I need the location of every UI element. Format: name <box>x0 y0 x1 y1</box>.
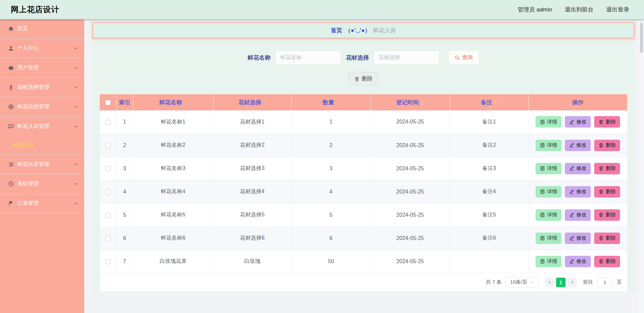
edit-button[interactable]: 修改 <box>565 163 591 174</box>
delete-button[interactable]: 删除 <box>594 116 620 128</box>
bulk-delete-button[interactable]: 删除 <box>349 72 378 85</box>
home-icon <box>8 26 14 32</box>
prev-page-button[interactable] <box>545 278 554 287</box>
sidebar-item[interactable]: 订单管理 <box>0 194 84 213</box>
detail-button[interactable]: 详情 <box>536 140 561 151</box>
inventory-table: 索引鲜花名称花材选择数量登记时间备注操作 1鲜花名称1花材选择112024-05… <box>100 94 627 273</box>
detail-button[interactable]: 详情 <box>536 256 561 267</box>
table-card: 索引鲜花名称花材选择数量登记时间备注操作 1鲜花名称1花材选择112024-05… <box>100 94 627 291</box>
header-link-0[interactable]: 管理员 admin <box>518 6 552 13</box>
goto-page-input[interactable] <box>597 277 613 287</box>
sidebar-item[interactable]: 花材选择管理 <box>0 78 84 97</box>
detail-button[interactable]: 详情 <box>536 233 561 244</box>
cell-name: 鲜花名称6 <box>133 227 213 250</box>
detail-button[interactable]: 详情 <box>536 209 561 221</box>
row-checkbox[interactable] <box>105 259 110 264</box>
cell-index: 6 <box>116 227 133 250</box>
sidebar-item[interactable]: 鲜花入库管理 <box>0 117 84 136</box>
column-header-material[interactable]: 花材选择 <box>213 94 291 110</box>
edit-button[interactable]: 修改 <box>565 140 591 151</box>
select-all-checkbox[interactable] <box>105 100 110 105</box>
cell-note <box>450 250 528 273</box>
edit-button[interactable]: 修改 <box>565 233 591 244</box>
row-checkbox[interactable] <box>105 166 110 171</box>
cell-date: 2024-05-25 <box>371 157 450 180</box>
detail-button-label: 详情 <box>547 188 557 195</box>
sidebar-item-label: 花材选择管理 <box>17 84 50 91</box>
cell-note: 备注6 <box>450 227 528 250</box>
material-label: 花材选择 <box>346 54 369 62</box>
cell-index: 3 <box>116 157 133 180</box>
breadcrumb-home-link[interactable]: 首页 <box>331 27 342 34</box>
sidebar-item[interactable]: 鲜花出库管理 <box>0 155 84 174</box>
column-header-qty[interactable]: 数量 <box>291 94 371 110</box>
query-button-label: 查询 <box>462 54 473 61</box>
edit-button[interactable]: 修改 <box>565 256 591 267</box>
sidebar-subitem[interactable]: 鲜花入库 <box>0 136 84 154</box>
header-link-2[interactable]: 退出登录 <box>606 6 629 13</box>
edit-button-label: 修改 <box>576 165 586 172</box>
cell-material: 花材选择3 <box>213 157 291 180</box>
scrollbar-thumb[interactable] <box>640 23 643 53</box>
edit-button[interactable]: 修改 <box>565 116 591 128</box>
edit-button[interactable]: 修改 <box>565 186 591 198</box>
header-link-1[interactable]: 退出到前台 <box>565 6 593 13</box>
row-checkbox[interactable] <box>105 213 110 218</box>
sidebar-item[interactable]: 系统管理 <box>0 174 84 194</box>
column-header-name[interactable]: 鲜花名称 <box>133 94 213 110</box>
edit-button[interactable]: 修改 <box>565 209 591 221</box>
trash-icon <box>599 189 604 194</box>
detail-button[interactable]: 详情 <box>536 186 561 198</box>
detail-button-label: 详情 <box>547 165 557 172</box>
row-checkbox[interactable] <box>105 236 110 241</box>
cell-qty: 2 <box>291 134 371 157</box>
cell-actions: 详情修改删除 <box>528 180 627 203</box>
trash-icon <box>599 236 604 241</box>
detail-button-label: 详情 <box>547 258 557 265</box>
chevron-down-icon <box>73 46 78 51</box>
detail-button[interactable]: 详情 <box>536 116 561 128</box>
table-footer: 共 7 条 10条/页 1 前往 页 <box>100 273 627 291</box>
delete-button-label: 删除 <box>606 142 616 148</box>
trash-icon <box>599 143 604 148</box>
page-size-value: 10条/页 <box>510 279 527 285</box>
sidebar-item[interactable]: 个人中心 <box>0 39 84 58</box>
table-row: 5鲜花名称5花材选择552024-05-25备注5详情修改删除 <box>100 203 627 227</box>
cell-index: 2 <box>116 134 133 157</box>
delete-button-label: 删除 <box>606 165 616 172</box>
cell-index: 7 <box>116 250 133 273</box>
delete-button[interactable]: 删除 <box>594 186 620 198</box>
edit-button-label: 修改 <box>576 142 586 148</box>
delete-button[interactable]: 删除 <box>594 163 620 174</box>
detail-button[interactable]: 详情 <box>536 163 561 174</box>
next-page-button[interactable] <box>568 278 577 287</box>
query-button[interactable]: 查询 <box>448 50 479 65</box>
row-checkbox[interactable] <box>105 143 110 148</box>
pen-icon <box>569 119 574 125</box>
cell-material: 花材选择6 <box>213 227 291 250</box>
clock-icon <box>8 181 14 187</box>
delete-button[interactable]: 删除 <box>594 256 620 267</box>
delete-button-label: 删除 <box>606 212 616 218</box>
column-header-date[interactable]: 登记时间 <box>371 94 450 110</box>
delete-button[interactable]: 删除 <box>594 209 620 221</box>
current-page[interactable]: 1 <box>556 278 566 287</box>
document-icon <box>540 236 545 241</box>
select-arrow-icon <box>530 280 534 284</box>
cell-date: 2024-05-25 <box>371 227 450 250</box>
cell-date: 2024-05-25 <box>371 180 450 203</box>
row-checkbox[interactable] <box>105 120 110 125</box>
delete-button[interactable]: 删除 <box>594 140 620 151</box>
column-header-note[interactable]: 备注 <box>450 94 528 110</box>
vertical-scrollbar[interactable] <box>639 19 644 313</box>
page-size-select[interactable]: 10条/页 <box>506 277 539 288</box>
sidebar-item[interactable]: 用户管理 <box>0 58 84 77</box>
cell-material: 花材选择1 <box>213 110 291 134</box>
sidebar-item[interactable]: 鲜花信息管理 <box>0 97 84 116</box>
delete-button[interactable]: 删除 <box>594 233 620 244</box>
sidebar-item[interactable]: 首页 <box>0 19 84 38</box>
material-input[interactable] <box>374 50 440 65</box>
row-checkbox[interactable] <box>105 189 110 195</box>
flower-name-input[interactable] <box>275 50 341 65</box>
column-header-index: 索引 <box>116 94 133 110</box>
